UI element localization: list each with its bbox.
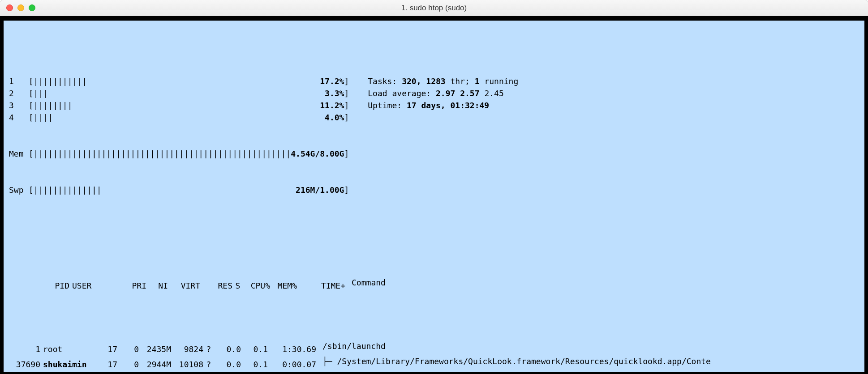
- uptime-label: Uptime:: [368, 101, 407, 110]
- cell-ni: 0: [117, 358, 139, 370]
- cell-cpu: 0.0: [214, 358, 241, 370]
- load-label: Load average:: [368, 89, 436, 98]
- cpu-label: 1: [9, 75, 29, 87]
- cell-cpu: 0.0: [214, 343, 241, 355]
- col-pri[interactable]: PRI: [123, 280, 146, 292]
- cell-res: 9824: [171, 343, 203, 355]
- cpu-label: 4: [9, 111, 29, 123]
- cpu-label: 3: [9, 99, 29, 111]
- cell-virt: 2944M: [139, 358, 171, 370]
- cell-s: ?: [203, 358, 214, 370]
- tasks-values: 320, 1283: [402, 76, 446, 86]
- cell-mem: 0.1: [241, 358, 268, 370]
- cell-pid: 1: [9, 343, 40, 355]
- col-ni[interactable]: NI: [146, 280, 168, 292]
- col-cmd[interactable]: Command: [345, 276, 386, 289]
- cpu-value: 4.0%: [325, 111, 344, 123]
- cell-user: root: [40, 343, 94, 355]
- cpu-value: 11.2%: [320, 99, 344, 111]
- col-mem[interactable]: MEM%: [270, 280, 297, 292]
- cpu-value: 17.2%: [320, 75, 344, 87]
- cpu-meter-3: 3[|||||||| 11.2%]Uptime: 17 days, 01:32:…: [9, 99, 859, 111]
- cpu-bars: |||: [34, 87, 48, 99]
- maximize-icon[interactable]: [29, 4, 35, 11]
- summary-line: Uptime: 17 days, 01:32:49: [368, 99, 489, 111]
- cpu-meter-2: 2[||| 3.3%]Load average: 2.97 2.57 2.45: [9, 87, 859, 99]
- cell-pid: 37690: [9, 358, 40, 370]
- cell-res: 10108: [171, 358, 203, 370]
- cell-cmd: /sbin/launchd: [316, 340, 386, 352]
- col-user[interactable]: USER: [69, 280, 123, 292]
- summary-line: Tasks: 320, 1283 thr; 1 running: [368, 75, 518, 87]
- table-row[interactable]: 1root1702435M9824?0.00.11:30.69/sbin/lau…: [9, 340, 859, 355]
- cell-user: shukaimin: [40, 358, 94, 370]
- mem-bars: ||||||||||||||||||||||||||||||||||||||||…: [34, 148, 291, 160]
- meters-block: 1[||||||||||| 17.2%]Tasks: 320, 1283 thr…: [9, 51, 859, 220]
- cpu-bars: |||||||||||: [34, 75, 87, 87]
- tasks-label: Tasks:: [368, 76, 402, 86]
- window-title: 1. sudo htop (sudo): [0, 4, 868, 13]
- col-res[interactable]: RES: [200, 280, 232, 292]
- col-virt[interactable]: VIRT: [168, 280, 200, 292]
- window-titlebar[interactable]: 1. sudo htop (sudo): [0, 0, 868, 16]
- cell-time: 1:30.69: [268, 343, 316, 355]
- tasks-running: 1: [475, 76, 480, 86]
- cell-pri: 17: [94, 343, 117, 355]
- swp-bars: ||||||||||||||: [34, 184, 102, 196]
- close-icon[interactable]: [6, 4, 13, 11]
- col-s[interactable]: S: [232, 280, 243, 292]
- cell-cmd: ├─ /System/Library/Frameworks/AudioToolb…: [316, 370, 711, 374]
- cell-ni: 0: [117, 343, 139, 355]
- terminal-window: 1. sudo htop (sudo) 1[||||||||||| 17.2%]…: [0, 0, 868, 374]
- process-table-body: 1root1702435M9824?0.00.11:30.69/sbin/lau…: [9, 340, 859, 374]
- cpu-meter-4: 4[|||| 4.0%]: [9, 111, 859, 123]
- swp-label: Swp: [9, 184, 29, 196]
- swp-value: 216M/1.00G: [296, 184, 344, 196]
- cpu-bars: ||||: [34, 111, 53, 123]
- cpu-meter-1: 1[||||||||||| 17.2%]Tasks: 320, 1283 thr…: [9, 75, 859, 87]
- summary-line: Load average: 2.97 2.57 2.45: [368, 87, 503, 99]
- col-pid[interactable]: PID: [38, 280, 69, 292]
- mem-meter: Mem[||||||||||||||||||||||||||||||||||||…: [9, 148, 859, 160]
- cell-mem: 0.1: [241, 343, 268, 355]
- swp-meter: Swp[|||||||||||||| 216M/1.00G]: [9, 184, 859, 196]
- cpu-value: 3.3%: [325, 87, 344, 99]
- load-values: 2.97 2.57: [436, 89, 480, 98]
- col-cpu[interactable]: CPU%: [243, 280, 270, 292]
- uptime-value: 17 days, 01:32:49: [407, 101, 489, 110]
- terminal-content[interactable]: 1[||||||||||| 17.2%]Tasks: 320, 1283 thr…: [0, 16, 868, 374]
- cpu-bars: ||||||||: [34, 99, 73, 111]
- cell-virt: 2435M: [139, 343, 171, 355]
- table-row[interactable]: 37633shukaimin4002437M3944?0.00.00:00.03…: [9, 370, 859, 374]
- col-time[interactable]: TIME+: [297, 280, 345, 292]
- table-row[interactable]: 37690shukaimin1702944M10108?0.00.10:00.0…: [9, 355, 859, 370]
- cell-time: 0:00.07: [268, 358, 316, 370]
- cell-s: ?: [203, 343, 214, 355]
- cpu-label: 2: [9, 87, 29, 99]
- mem-value: 4.54G/8.00G: [291, 148, 344, 160]
- traffic-lights: [6, 4, 35, 11]
- cell-cmd: ├─ /System/Library/Frameworks/QuickLook.…: [316, 355, 711, 367]
- mem-label: Mem: [9, 148, 29, 160]
- minimize-icon[interactable]: [17, 4, 24, 11]
- process-table-header[interactable]: PIDUSERPRINIVIRTRESSCPU%MEM%TIME+Command: [9, 264, 859, 304]
- cell-pri: 17: [94, 358, 117, 370]
